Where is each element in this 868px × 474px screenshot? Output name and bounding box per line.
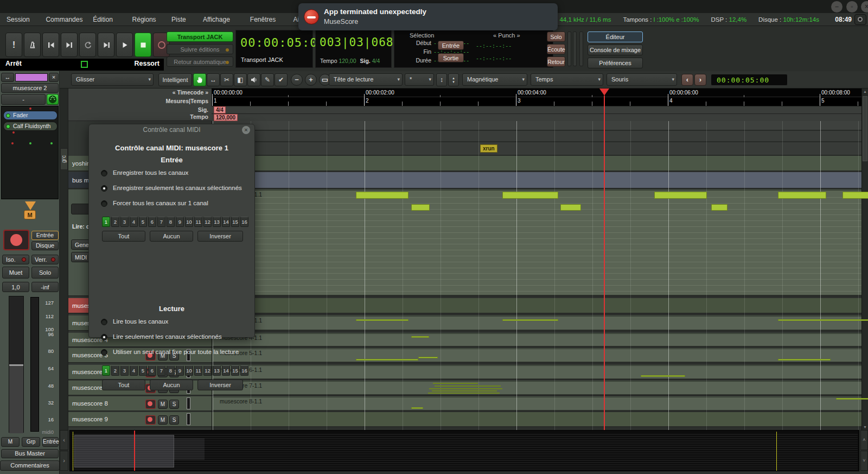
mute-button[interactable]: Muet xyxy=(2,267,29,279)
channel-11-button[interactable]: 11 xyxy=(194,365,202,376)
zoom-out-button[interactable]: − xyxy=(291,74,303,86)
ruler-label-1[interactable]: Mesures|Temps xyxy=(165,98,208,104)
strip-close-button[interactable]: × xyxy=(49,73,59,82)
xrun-marker[interactable]: xrun xyxy=(480,144,497,153)
maximize-button[interactable]: ▫ xyxy=(846,1,858,12)
gain-display[interactable]: 1,0 xyxy=(2,282,29,292)
strip-record-button[interactable] xyxy=(3,230,29,250)
channel-7-button[interactable]: 7 xyxy=(157,217,165,227)
strip-track-name-button[interactable]: musescore 2 xyxy=(1,83,59,93)
radio-option[interactable] xyxy=(101,319,107,325)
channel-13-button[interactable]: 13 xyxy=(213,217,221,227)
canvas-scrollbar[interactable]: ▴ ▾ xyxy=(861,89,868,430)
menu-rgions[interactable]: Régions xyxy=(127,13,162,26)
smart-mode-button[interactable]: Intelligent xyxy=(158,73,192,86)
midi-region[interactable]: musescore 4-1.1 xyxy=(213,333,867,346)
peak-display[interactable]: -inf xyxy=(31,282,59,292)
gain-fader[interactable] xyxy=(9,296,24,433)
channel-7-button[interactable]: 7 xyxy=(157,365,165,376)
track-band-musescore-2[interactable] xyxy=(212,298,868,314)
retour-monitor-button[interactable]: Retour xyxy=(547,56,565,67)
small-vertical-button-3[interactable] xyxy=(579,31,583,66)
track-mute-button[interactable]: M xyxy=(158,400,168,409)
open-preferences-button[interactable]: Préférences xyxy=(588,58,643,68)
punch-in-button[interactable]: Entrée xyxy=(438,41,464,50)
master-bus-button[interactable]: Bus Master xyxy=(1,449,59,458)
close-button[interactable]: × xyxy=(861,1,868,12)
menu-fentres[interactable]: Fenêtres xyxy=(245,13,281,26)
grid-unit-dropdown[interactable]: Temps▾ xyxy=(531,73,603,86)
track-solo-button[interactable]: S xyxy=(169,415,179,425)
midi-region[interactable]: musescore 1-1.1 xyxy=(213,190,867,295)
aucun-channels-button[interactable]: Aucun xyxy=(150,231,193,242)
scroll-down-icon[interactable]: ▾ xyxy=(862,425,868,429)
channel-5-button[interactable]: 5 xyxy=(139,365,147,376)
track-band-musescore-4[interactable]: musescore 4-1.1 xyxy=(212,333,868,347)
timecode-ruler[interactable]: 00:00:00:0000:00:02:0000:00:04:0000:00:0… xyxy=(212,89,868,97)
channel-15-button[interactable]: 15 xyxy=(231,365,239,376)
channel-12-button[interactable]: 12 xyxy=(203,365,212,376)
follow-edits-button[interactable]: Suivre éditions xyxy=(167,44,233,54)
track-band-musescore-6[interactable]: musescore 6-1.1 xyxy=(212,365,868,380)
channel-6-button[interactable]: 6 xyxy=(148,365,156,376)
midi-panic-button[interactable]: ! xyxy=(5,33,22,57)
tempo-marker[interactable]: 120,000 xyxy=(214,114,238,121)
track-header-musescore-8[interactable]: musescore 8MS xyxy=(68,396,212,412)
small-vertical-button-2[interactable] xyxy=(573,31,577,66)
midi-region[interactable]: musescore 6-1.1 xyxy=(213,365,867,379)
solo-button[interactable]: Solo xyxy=(31,267,59,279)
menu-session[interactable]: Session xyxy=(1,13,35,26)
channel-13-button[interactable]: 13 xyxy=(213,365,221,376)
processor-box[interactable]: FaderCalf Fluidsynth xyxy=(1,106,59,199)
radio-option[interactable] xyxy=(101,200,107,207)
channel-15-button[interactable]: 15 xyxy=(231,217,239,227)
open-editor-button[interactable]: Éditeur xyxy=(588,31,643,42)
channel-10-button[interactable]: 10 xyxy=(185,365,193,376)
channel-3-button[interactable]: 3 xyxy=(120,217,129,227)
track-record-button[interactable] xyxy=(145,415,156,425)
zoom-in-button[interactable]: + xyxy=(305,74,317,86)
monitor-input-button[interactable]: Entrée xyxy=(31,231,59,240)
edit-group-tab[interactable]: grc xyxy=(60,148,68,170)
punch-in-clock[interactable]: --:--:--:-- xyxy=(476,43,512,49)
auto-return-button[interactable]: Retour automatique xyxy=(167,56,233,67)
aucun-channels-button[interactable]: Aucun xyxy=(150,380,193,390)
draw-tool[interactable]: ✎ xyxy=(261,73,274,86)
ruler-label-2[interactable]: Sig. xyxy=(198,106,208,113)
channel-3-button[interactable]: 3 xyxy=(120,365,129,376)
channel-14-button[interactable]: 14 xyxy=(222,365,230,376)
track-band-musescore-5[interactable]: musescore 5-1.1 xyxy=(212,348,868,363)
midi-region[interactable]: musescore 7-1.1 xyxy=(213,381,867,395)
go-end-button[interactable] xyxy=(61,33,78,57)
strip-width-button[interactable]: ↔ xyxy=(1,73,14,82)
sig-marker[interactable]: 4/4 xyxy=(214,106,226,113)
play-button[interactable] xyxy=(116,33,133,57)
summary-view-rectangle[interactable] xyxy=(74,435,174,467)
nudge-back-button[interactable]: ‹ xyxy=(681,74,693,86)
track-height-stepper[interactable]: ▴▾ xyxy=(448,73,459,86)
tout-channels-button[interactable]: Tout xyxy=(102,380,145,390)
track-band-bus-midi[interactable] xyxy=(212,172,868,189)
midi-region[interactable]: musescore 5-1.1 xyxy=(213,349,867,362)
spring-checkbox[interactable] xyxy=(81,61,88,68)
processor-calffluidsynth[interactable]: Calf Fluidsynth xyxy=(3,122,58,131)
open-mixer-button[interactable]: Console de mixage xyxy=(588,45,643,55)
menu-affichage[interactable]: Affichage xyxy=(197,13,235,26)
snap-mode-dropdown[interactable]: Magnétique▾ xyxy=(462,73,527,86)
track-band-yoshimi[interactable] xyxy=(212,156,868,172)
punch-out-button[interactable]: Sortie xyxy=(438,53,464,62)
go-start-button[interactable] xyxy=(42,33,59,57)
menu-commandes[interactable]: Commandes xyxy=(40,13,88,26)
nudge-clock[interactable]: 00:00:05:00 xyxy=(711,74,788,86)
summary-scroll-down-button[interactable]: ˅ xyxy=(860,451,868,471)
channel-14-button[interactable]: 14 xyxy=(222,217,230,227)
midi-input-button[interactable] xyxy=(47,94,59,105)
tout-channels-button[interactable]: Tout xyxy=(102,231,145,242)
playhead-marker[interactable] xyxy=(599,89,609,96)
stop-button[interactable] xyxy=(135,33,151,57)
punch-out-clock[interactable]: --:--:--:-- xyxy=(476,55,512,61)
channel-16-button[interactable]: 16 xyxy=(240,217,248,227)
grab-tool[interactable] xyxy=(193,73,206,86)
stretch-tool[interactable]: ◧ xyxy=(234,73,247,86)
track-record-button[interactable] xyxy=(145,400,156,409)
